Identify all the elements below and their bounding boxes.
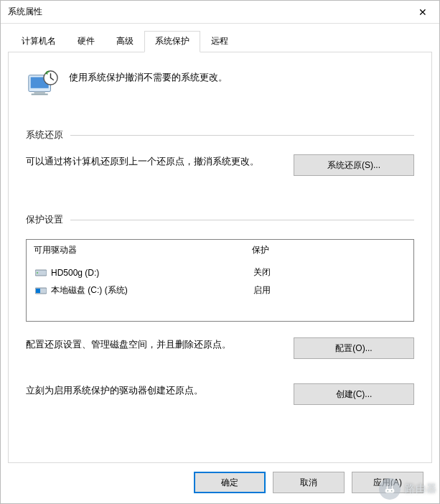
system-restore-heading: 系统还原 <box>26 129 63 141</box>
system-restore-description: 可以通过将计算机还原到上一个还原点，撤消系统更改。 <box>26 154 282 169</box>
svg-rect-3 <box>32 93 48 95</box>
create-description: 立刻为启用系统保护的驱动器创建还原点。 <box>26 383 282 398</box>
tab-system-protection[interactable]: 系统保护 <box>144 31 200 52</box>
titlebar: 系统属性 ✕ <box>1 1 439 24</box>
close-button[interactable]: ✕ <box>406 1 439 24</box>
configure-button[interactable]: 配置(O)... <box>294 337 414 359</box>
drive-name: 本地磁盘 (C:) (系统) <box>51 284 128 297</box>
tab-strip: 计算机名 硬件 高级 系统保护 远程 <box>11 31 432 52</box>
system-restore-icon <box>26 68 59 101</box>
divider <box>70 135 414 136</box>
tab-computer-name[interactable]: 计算机名 <box>11 31 67 52</box>
system-properties-dialog: 系统属性 ✕ 计算机名 硬件 高级 系统保护 远程 <box>0 0 440 504</box>
tab-remote[interactable]: 远程 <box>200 31 239 52</box>
apply-button[interactable]: 应用(A) <box>352 472 423 493</box>
window-title: 系统属性 <box>8 6 406 18</box>
svg-rect-2 <box>34 92 45 94</box>
tab-advanced[interactable]: 高级 <box>106 31 144 52</box>
protection-settings-heading: 保护设置 <box>26 213 63 226</box>
create-button[interactable]: 创建(C)... <box>294 383 414 405</box>
drive-status: 关闭 <box>253 266 271 279</box>
cancel-button[interactable]: 取消 <box>273 472 345 493</box>
ok-button[interactable]: 确定 <box>194 472 266 493</box>
drives-table-header: 可用驱动器 保护 <box>27 240 413 261</box>
table-row[interactable]: 本地磁盘 (C:) (系统) 启用 <box>28 281 412 299</box>
col-header-status[interactable]: 保护 <box>245 240 413 261</box>
system-restore-button[interactable]: 系统还原(S)... <box>294 154 414 176</box>
svg-rect-9 <box>36 289 40 293</box>
configure-description: 配置还原设置、管理磁盘空间，并且删除还原点。 <box>26 337 282 353</box>
divider <box>70 220 414 220</box>
svg-point-7 <box>37 272 38 274</box>
drives-table: 可用驱动器 保护 HD500g (D:) 关闭 <box>26 239 414 322</box>
drive-name: HD500g (D:) <box>51 268 99 278</box>
drive-status: 启用 <box>253 284 271 297</box>
tab-hardware[interactable]: 硬件 <box>67 31 106 52</box>
close-icon: ✕ <box>418 6 427 18</box>
intro-text: 使用系统保护撤消不需要的系统更改。 <box>69 68 228 84</box>
intro-row: 使用系统保护撤消不需要的系统更改。 <box>26 68 414 101</box>
system-restore-section: 系统还原 可以通过将计算机还原到上一个还原点，撤消系统更改。 系统还原(S)..… <box>26 129 414 176</box>
protection-settings-section: 保护设置 可用驱动器 保护 HD <box>26 213 414 411</box>
windows-drive-icon <box>35 286 47 295</box>
content-area: 计算机名 硬件 高级 系统保护 远程 <box>1 24 439 503</box>
table-row[interactable]: HD500g (D:) 关闭 <box>28 263 412 281</box>
dialog-footer: 确定 取消 应用(A) <box>8 463 432 503</box>
system-protection-panel: 使用系统保护撤消不需要的系统更改。 系统还原 可以通过将计算机还原到上一个还原点… <box>8 52 432 463</box>
col-header-drive[interactable]: 可用驱动器 <box>27 240 245 261</box>
hdd-icon <box>35 269 47 277</box>
